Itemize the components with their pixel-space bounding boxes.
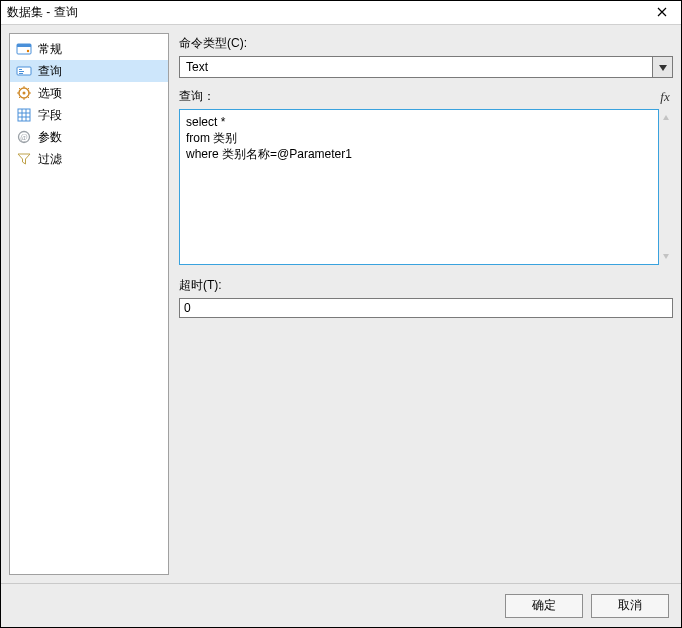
general-icon	[16, 41, 32, 57]
parameters-icon: @	[16, 129, 32, 145]
dialog-footer: 确定 取消	[1, 583, 681, 627]
options-icon	[16, 85, 32, 101]
svg-point-8	[23, 92, 26, 95]
close-icon	[657, 6, 667, 20]
svg-point-2	[27, 50, 29, 52]
ok-button-label: 确定	[532, 597, 556, 614]
svg-rect-5	[19, 71, 24, 72]
sidebar-item-filter[interactable]: 过滤	[10, 148, 168, 170]
filter-icon	[16, 151, 32, 167]
svg-rect-9	[18, 109, 30, 121]
main-panel: 命令类型(C): Text 查询：	[179, 33, 673, 575]
dialog-window: 数据集 - 查询 常规 查询	[0, 0, 682, 628]
validate-query-button[interactable]	[633, 89, 649, 105]
query-header: 查询： fx	[179, 88, 673, 105]
query-area	[179, 109, 673, 265]
sidebar-item-parameters[interactable]: @ 参数	[10, 126, 168, 148]
window-title: 数据集 - 查询	[7, 4, 649, 21]
titlebar: 数据集 - 查询	[1, 1, 681, 25]
sidebar-item-label: 选项	[38, 85, 62, 102]
sidebar-item-label: 参数	[38, 129, 62, 146]
cancel-button-label: 取消	[618, 597, 642, 614]
command-type-dropdown[interactable]: Text	[179, 56, 673, 78]
chevron-down-icon	[659, 60, 667, 74]
sidebar-item-label: 字段	[38, 107, 62, 124]
scroll-down-icon	[662, 249, 670, 263]
sidebar-item-label: 查询	[38, 63, 62, 80]
svg-text:@: @	[20, 133, 27, 142]
query-label: 查询：	[179, 88, 609, 105]
command-type-label: 命令类型(C):	[179, 35, 673, 52]
query-scroll-hints	[659, 109, 673, 265]
sidebar-item-general[interactable]: 常规	[10, 38, 168, 60]
edit-query-button[interactable]	[609, 89, 625, 105]
scroll-up-icon	[662, 111, 670, 125]
sidebar-item-label: 常规	[38, 41, 62, 58]
sidebar: 常规 查询 选项 字段	[9, 33, 169, 575]
timeout-input[interactable]	[179, 298, 673, 318]
fx-icon: fx	[660, 89, 669, 105]
fields-icon	[16, 107, 32, 123]
dropdown-button[interactable]	[652, 57, 672, 77]
svg-rect-4	[19, 69, 22, 70]
sidebar-item-query[interactable]: 查询	[10, 60, 168, 82]
svg-rect-6	[19, 73, 23, 74]
cancel-button[interactable]: 取消	[591, 594, 669, 618]
timeout-label: 超时(T):	[179, 277, 673, 294]
query-textarea[interactable]	[179, 109, 659, 265]
query-icon	[16, 63, 32, 79]
expression-button[interactable]: fx	[657, 89, 673, 105]
close-button[interactable]	[649, 3, 675, 23]
dialog-body: 常规 查询 选项 字段	[1, 25, 681, 583]
command-type-value: Text	[180, 57, 652, 77]
sidebar-item-fields[interactable]: 字段	[10, 104, 168, 126]
sidebar-item-options[interactable]: 选项	[10, 82, 168, 104]
ok-button[interactable]: 确定	[505, 594, 583, 618]
sidebar-item-label: 过滤	[38, 151, 62, 168]
svg-rect-1	[17, 44, 31, 47]
query-tools: fx	[609, 89, 673, 105]
